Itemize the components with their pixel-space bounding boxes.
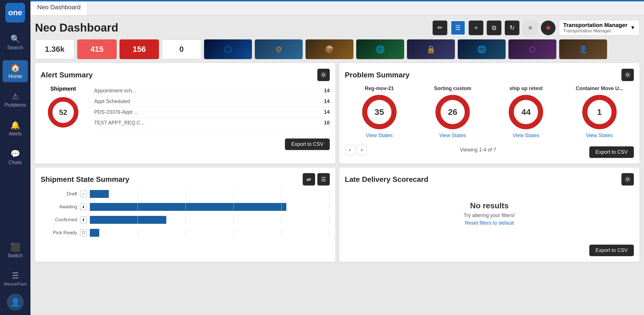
app-logo[interactable]: one <box>5 3 25 23</box>
dashboard-header: Neo Dashboard ✏ ☰ + ⧉ ↻ ≡ ★ Transportati… <box>35 20 639 35</box>
confirmed-icon: ⬇ <box>80 216 87 223</box>
edit-button[interactable]: ✏ <box>433 21 447 35</box>
sidebar-item-home[interactable]: 🏠 Home <box>3 60 28 82</box>
problem-summary-panel: Problem Summary Reg-mov-21 <box>339 63 640 164</box>
problem-summary-title: Problem Summary <box>345 71 410 79</box>
sidebar-item-search[interactable]: 🔍 Search <box>3 32 28 53</box>
late-delivery-header: Late Delivery Scorecard <box>345 173 634 186</box>
refresh-button[interactable]: ↻ <box>505 21 519 35</box>
bar-fill-draft <box>90 190 109 198</box>
problem-item-2: ship up retest 44 View States <box>492 86 560 138</box>
problem-nav: ‹ › Viewing 1-4 of 7 Export to CSV <box>345 142 634 158</box>
tab-neo-dashboard[interactable]: Neo Dashboard <box>30 0 88 15</box>
bar-chart: Draft ○ Awaiting ⬇ <box>41 190 330 237</box>
alert-summary-panel: Alert Summary Shipment <box>35 63 335 164</box>
svg-point-3 <box>627 74 629 76</box>
thumbnail-1[interactable]: ⬡ <box>204 39 252 59</box>
problem-grid: Reg-mov-21 35 View States Sorting custom <box>345 86 634 138</box>
no-results-title: No results <box>470 201 509 210</box>
problem-summary-settings-button[interactable] <box>621 69 634 81</box>
problem-export-button[interactable]: Export to CSV <box>589 146 634 158</box>
alert-summary-settings-button[interactable] <box>317 69 330 81</box>
alert-row-1: Appt Scheduled 14 <box>94 96 330 107</box>
alert-export-button[interactable]: Export to CSV <box>285 138 329 150</box>
shipment-state-actions: ⇌ ☰ <box>303 173 330 186</box>
ring-3: 1 <box>581 94 618 130</box>
draft-icon: ○ <box>80 191 87 197</box>
thumbnail-4[interactable]: 🌐 <box>356 39 404 59</box>
bar-track-pick-ready <box>90 229 330 237</box>
problem-summary-header: Problem Summary <box>345 69 634 81</box>
svg-point-0 <box>322 74 325 76</box>
shipment-state-title: Shipment State Summary <box>41 175 129 184</box>
prev-arrow-button[interactable]: ‹ <box>345 145 355 155</box>
sidebar-item-menus[interactable]: ☰ Menus/Favs <box>3 268 28 289</box>
sidebar-item-problems[interactable]: ⚠ Problems <box>3 89 28 111</box>
ring-1: 26 <box>434 94 471 130</box>
donut-chart: 52 <box>46 95 80 129</box>
view-states-link-3[interactable]: View States <box>586 133 613 138</box>
bar-fill-confirmed <box>90 216 166 224</box>
bar-row-pick-ready: Pick Ready ☐ <box>41 229 330 237</box>
awaiting-icon: ⬇ <box>80 204 87 210</box>
counter-0[interactable]: 0 <box>162 39 201 59</box>
no-results-area: No results Try altering your filters! Re… <box>345 190 634 237</box>
sidebar: one 🔍 Search 🏠 Home ⚠ Problems 🔔 Alerts … <box>0 0 30 315</box>
late-delivery-export-button[interactable]: Export to CSV <box>589 245 634 256</box>
alert-inner: Shipment 52 Appointment sch... 14 <box>41 86 330 150</box>
alert-list: Appointment sch... 14 Appt Scheduled 14 … <box>94 86 330 150</box>
counter-415[interactable]: 415 <box>77 39 117 59</box>
sidebar-item-chats[interactable]: 💬 Chats <box>3 146 28 168</box>
user-info-dropdown[interactable]: Transportation Manager Transportation Ma… <box>559 20 639 35</box>
copy-button[interactable]: ⧉ <box>487 21 501 35</box>
thumbnail-6[interactable]: 🌐 <box>458 39 506 59</box>
alert-summary-header: Alert Summary <box>41 69 330 81</box>
warning-icon: ⚠ <box>12 92 19 101</box>
header-actions: ✏ ☰ + ⧉ ↻ ≡ ★ Transportation Manager Tra… <box>433 20 639 35</box>
view-states-link-1[interactable]: View States <box>439 133 466 138</box>
add-button[interactable]: + <box>469 21 483 35</box>
problem-item-0: Reg-mov-21 35 View States <box>345 86 414 138</box>
alert-row-0: Appointment sch... 14 <box>94 86 330 96</box>
nav-arrows: ‹ › <box>345 145 367 155</box>
shipment-state-header: Shipment State Summary ⇌ ☰ <box>41 173 330 186</box>
search-icon: 🔍 <box>10 34 20 44</box>
sidebar-item-switch[interactable]: ⬛ Switch <box>3 240 28 262</box>
donut-area: Shipment 52 <box>41 86 86 129</box>
bar-row-confirmed: Confirmed ⬇ <box>41 216 330 224</box>
shipment-list-button[interactable]: ☰ <box>317 173 330 186</box>
ring-2: 44 <box>508 94 544 130</box>
counter-156[interactable]: 156 <box>119 39 159 59</box>
view-states-link-0[interactable]: View States <box>366 133 393 138</box>
thumbnail-7[interactable]: ⬡ <box>508 39 556 59</box>
list-view-button[interactable]: ☰ <box>451 21 465 35</box>
shipment-state-panel: Shipment State Summary ⇌ ☰ Draft ○ <box>35 167 335 262</box>
bar-track-draft <box>90 190 330 198</box>
user-avatar[interactable]: 👤 <box>7 294 24 310</box>
more-button[interactable]: ≡ <box>523 21 537 35</box>
alert-row-3: TEST APPT_REQ C... 10 <box>94 118 330 128</box>
view-states-link-2[interactable]: View States <box>513 133 539 138</box>
counter-total[interactable]: 1.36k <box>35 39 74 59</box>
home-icon: 🏠 <box>10 63 20 72</box>
counter-row: 1.36k 415 156 0 ⬡ ⚙ 📦 🌐 <box>35 39 639 59</box>
chevron-down-icon: ▼ <box>630 25 635 31</box>
shipment-filter-button[interactable]: ⇌ <box>303 173 315 186</box>
alert-row-2: PDS-23376-Appt ... 14 <box>94 107 330 118</box>
menu-icon: ☰ <box>12 271 19 280</box>
sidebar-item-alerts[interactable]: 🔔 Alerts <box>3 118 28 140</box>
thumbnail-3[interactable]: 📦 <box>306 39 353 59</box>
late-delivery-settings-button[interactable] <box>621 173 634 186</box>
favorite-button[interactable]: ★ <box>541 21 556 35</box>
svg-point-12 <box>627 178 629 180</box>
thumbnail-8[interactable]: 👤 <box>559 39 607 59</box>
thumbnail-5[interactable]: 🔒 <box>407 39 455 59</box>
next-arrow-button[interactable]: › <box>357 145 367 155</box>
bar-row-awaiting: Awaiting ⬇ <box>41 203 330 211</box>
main-content: Neo Dashboard ✏ ☰ + ⧉ ↻ ≡ ★ Transportati… <box>30 15 644 315</box>
reset-filters-link[interactable]: Reset filters to default <box>465 220 514 226</box>
late-delivery-panel: Late Delivery Scorecard No results Try a… <box>339 167 640 262</box>
pick-ready-icon: ☐ <box>80 229 87 236</box>
chat-icon: 💬 <box>10 149 20 158</box>
thumbnail-2[interactable]: ⚙ <box>255 39 303 59</box>
